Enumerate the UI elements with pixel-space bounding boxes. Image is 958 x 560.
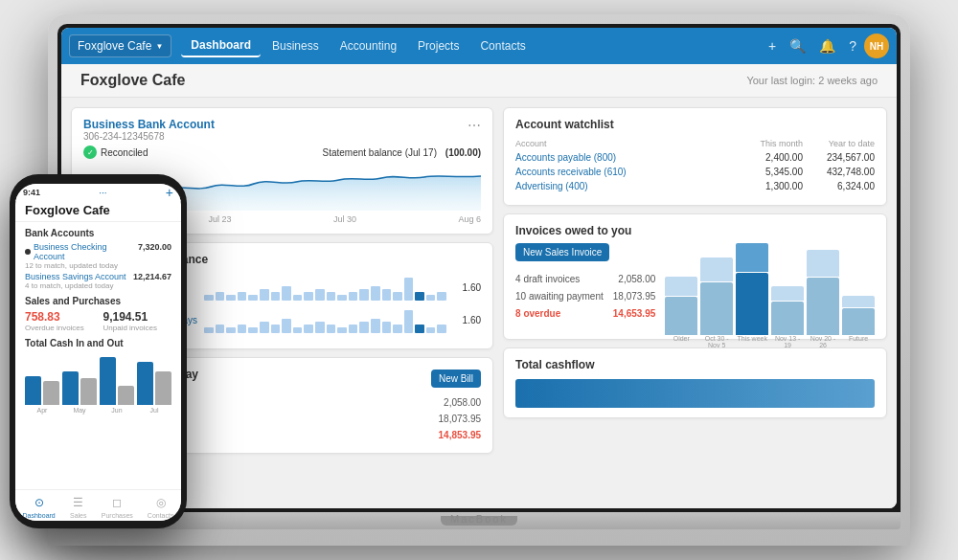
invoice-bar-group xyxy=(771,286,804,335)
perf-bar xyxy=(415,292,424,301)
perf-bar xyxy=(204,327,214,333)
perf-bar xyxy=(216,325,225,333)
perf-bar xyxy=(371,319,380,333)
invoices-card: Invoices owed to you New Sales Invoice 4… xyxy=(503,213,887,340)
iphone-sales-icon: ☰ xyxy=(70,494,87,511)
nav-notifications-icon[interactable]: 🔔 xyxy=(813,34,841,57)
iphone-tab-sales[interactable]: ☰ Sales xyxy=(70,494,87,519)
iphone-screen: 9:41 ··· + Foxglove Cafe Bank Accounts B… xyxy=(15,184,181,521)
invoice-bar-segment-bottom xyxy=(771,302,804,335)
iphone-bar-group xyxy=(137,362,171,405)
invoice-bar-group xyxy=(842,296,875,335)
iphone-app-title: Foxglove Cafe xyxy=(25,203,171,217)
iphone-plus-icon[interactable]: + xyxy=(166,185,173,200)
invoice-bar-label: This week xyxy=(736,335,768,348)
iphone-bar-gray xyxy=(118,386,134,405)
iphone-savings-sub: 4 to match, updated today xyxy=(25,281,126,290)
nav-link-projects[interactable]: Projects xyxy=(408,35,468,56)
iphone-dots: ··· xyxy=(99,188,106,198)
invoices-stats: 4 draft invoices 2,058.00 10 awaiting pa… xyxy=(515,271,655,323)
iphone-tab-contacts[interactable]: ◎ Contacts xyxy=(148,494,174,519)
nav-add-icon[interactable]: + xyxy=(763,34,782,57)
invoice-bar-segment-top xyxy=(700,258,733,281)
perf-bar xyxy=(426,295,436,301)
right-column: Account watchlist Account This month Yea… xyxy=(503,107,887,499)
nav-link-business[interactable]: Business xyxy=(262,35,329,56)
iphone-header: Foxglove Cafe xyxy=(15,201,181,222)
perf-bar xyxy=(282,319,291,333)
invoices-title: Invoices owed to you xyxy=(515,224,875,237)
perf-bar xyxy=(359,322,369,333)
nav-avatar[interactable]: NH xyxy=(864,34,889,58)
perf-bar xyxy=(349,292,358,301)
watchlist-name-3: Advertising (400) xyxy=(515,181,741,191)
watchlist-col-account: Account xyxy=(515,139,741,148)
perf-bar xyxy=(327,325,336,333)
iphone-bar-gray xyxy=(80,378,97,405)
perf-bar xyxy=(393,325,402,333)
invoice-bar-segment-bottom xyxy=(842,308,875,335)
nav-help-icon[interactable]: ? xyxy=(843,34,862,57)
bank-card-menu-icon[interactable]: ⋯ xyxy=(468,118,481,133)
iphone-overdue-amount: 758.83 xyxy=(25,310,94,324)
nav-link-accounting[interactable]: Accounting xyxy=(331,35,406,56)
perf-bar xyxy=(382,289,392,301)
new-sales-invoice-button[interactable]: New Sales Invoice xyxy=(515,243,609,261)
invoice-bar-segment-bottom xyxy=(736,273,768,335)
watchlist-month-3: 1,300.00 xyxy=(741,181,803,191)
nav-link-dashboard[interactable]: Dashboard xyxy=(181,34,261,57)
watchlist-ytd-3: 6,324.00 xyxy=(803,181,875,191)
invoices-content: New Sales Invoice 4 draft invoices 2,058… xyxy=(515,243,875,329)
perf-bar xyxy=(315,289,325,301)
invoice-bar-group xyxy=(736,243,768,335)
perf-value-payable: 1.60 xyxy=(452,282,481,293)
macbook-wrapper: Foxglove Cafe ▼ Dashboard Business Accou… xyxy=(48,14,910,546)
iphone-bar-blue xyxy=(100,357,116,405)
bank-card-num: 306-234-12345678 xyxy=(83,131,215,142)
new-bill-button[interactable]: New Bill xyxy=(431,370,481,388)
invoice-bar-segment-top xyxy=(665,277,697,296)
invoice-bar-group xyxy=(807,250,839,335)
iphone-checking-amount: 7,320.00 xyxy=(138,242,171,270)
watchlist-row-3: Advertising (400) 1,300.00 6,324.00 xyxy=(515,181,875,191)
perf-bar xyxy=(293,327,303,333)
iphone-tab-purchases[interactable]: ◻ Purchases xyxy=(102,494,133,519)
watchlist-row-2: Accounts receivable (610) 5,345.00 432,7… xyxy=(515,167,875,177)
iphone-chart-bars xyxy=(25,352,171,405)
perf-bar xyxy=(337,327,347,333)
iphone-time: 9:41 xyxy=(23,188,40,197)
invoices-bar-chart-area: OlderOct 30 - Nov 5This weekNov 13 - 19N… xyxy=(665,243,875,329)
iphone-bar-gray xyxy=(155,371,171,405)
invoices-left: New Sales Invoice 4 draft invoices 2,058… xyxy=(515,243,655,329)
invoice-stat-overdue: 8 overdue 14,653.95 xyxy=(515,305,655,323)
perf-bar xyxy=(293,295,303,301)
invoice-bar-label: Older xyxy=(665,335,697,348)
invoice-bar-label: Nov 20 - 26 xyxy=(807,335,839,348)
iphone-checking-sub: 12 to match, updated today xyxy=(25,261,138,270)
perf-bar xyxy=(304,325,313,333)
iphone-checking-dot xyxy=(25,249,31,255)
perf-bar xyxy=(415,325,424,333)
perf-bar xyxy=(238,325,247,333)
iphone-bar-labels: AprMayJunJul xyxy=(25,407,171,414)
bank-card-title: Business Bank Account xyxy=(83,118,215,131)
perf-bar xyxy=(404,310,414,333)
nav-search-icon[interactable]: 🔍 xyxy=(784,34,811,57)
nav-link-contacts[interactable]: Contacts xyxy=(470,35,535,56)
nav-brand[interactable]: Foxglove Cafe ▼ xyxy=(69,34,171,57)
watchlist-name-1: Accounts payable (800) xyxy=(515,152,741,163)
bank-card-header: Business Bank Account 306-234-12345678 ⋯ xyxy=(83,118,481,142)
invoice-bar-segment-top xyxy=(771,286,804,301)
iphone-dashboard-icon: ⊙ xyxy=(31,494,48,511)
iphone-savings-name: Business Savings Account xyxy=(25,272,126,281)
perf-bar xyxy=(248,295,258,301)
statement-amount: (100.00) xyxy=(445,147,481,158)
iphone-tab-dashboard[interactable]: ⊙ Dashboard xyxy=(23,494,56,519)
invoice-bar-segment-top xyxy=(736,243,768,272)
perf-bar xyxy=(382,322,392,333)
perf-bar xyxy=(226,327,236,333)
invoice-bar-segment-top xyxy=(842,296,875,307)
perf-bars-payable xyxy=(204,274,446,301)
watchlist-ytd-2: 432,748.00 xyxy=(803,167,875,177)
iphone-unpaid-label: Unpaid invoices xyxy=(103,324,172,332)
